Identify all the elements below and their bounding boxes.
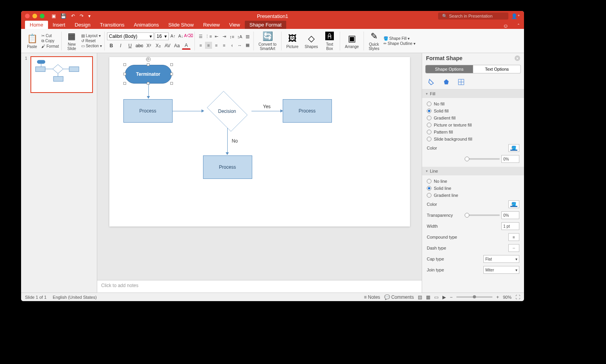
notes-input[interactable]: Click to add notes bbox=[97, 280, 422, 293]
tab-home[interactable]: Home bbox=[25, 21, 48, 29]
connector[interactable] bbox=[173, 111, 203, 111]
qat-more-icon[interactable]: ▾ bbox=[88, 13, 91, 19]
align-right-button[interactable]: ≡ bbox=[213, 42, 220, 49]
line-transparency-slider[interactable] bbox=[465, 214, 500, 216]
share-icon[interactable]: 👤⁺ bbox=[511, 13, 520, 19]
font-size-select[interactable]: 16▾ bbox=[155, 32, 169, 40]
paste-button[interactable]: Paste bbox=[27, 45, 37, 49]
shape-options-tab[interactable]: Shape Options bbox=[425, 65, 473, 73]
join-type-select[interactable]: Miter▾ bbox=[483, 266, 519, 274]
picture-fill-radio[interactable]: Picture or texture fill bbox=[427, 121, 519, 128]
numbering-button[interactable]: ⋮≡ bbox=[205, 33, 212, 40]
shape-outline-button[interactable]: ✏Shape Outline ▾ bbox=[383, 41, 415, 46]
normal-view-icon[interactable]: ▤ bbox=[418, 294, 422, 300]
format-painter-button[interactable]: 🖌Format bbox=[41, 44, 59, 48]
slide-counter[interactable]: Slide 1 of 1 bbox=[25, 295, 46, 300]
tab-insert[interactable]: Insert bbox=[48, 21, 70, 29]
tab-transitions[interactable]: Transitions bbox=[95, 21, 129, 29]
textbox-button[interactable]: 🅰 Text Box bbox=[322, 30, 337, 52]
spacing-button[interactable]: AV bbox=[163, 42, 172, 50]
quick-styles-button[interactable]: ✎ Quick Styles bbox=[366, 30, 382, 52]
align-center-button[interactable]: ≡ bbox=[205, 42, 212, 49]
tab-review[interactable]: Review bbox=[198, 21, 225, 29]
cap-type-select[interactable]: Flat▾ bbox=[483, 255, 519, 263]
align-text-button[interactable]: ↔ bbox=[236, 42, 243, 49]
close-pane-icon[interactable]: × bbox=[515, 55, 520, 61]
size-tab-icon[interactable] bbox=[457, 78, 465, 86]
solid-fill-radio[interactable]: Solid fill bbox=[427, 107, 519, 114]
close-window-icon[interactable] bbox=[25, 14, 30, 18]
redo-icon[interactable]: ↷ bbox=[80, 13, 84, 19]
columns-button[interactable]: ▥ bbox=[244, 33, 251, 40]
shape-fill-button[interactable]: 🪣Shape Fill ▾ bbox=[383, 36, 415, 41]
smartart-convert-button[interactable]: ▦ bbox=[244, 42, 251, 49]
text-options-tab[interactable]: Text Options bbox=[473, 65, 521, 73]
selection-handle[interactable] bbox=[123, 63, 126, 66]
convert-smartart-button[interactable]: 🔄 Convert to SmartArt bbox=[256, 30, 279, 52]
connector[interactable] bbox=[148, 84, 149, 98]
gradient-line-radio[interactable]: Gradient line bbox=[427, 192, 519, 199]
increase-font-button[interactable]: A↑ bbox=[169, 32, 176, 39]
undo-icon[interactable]: ↶ bbox=[71, 13, 75, 19]
fill-color-button[interactable]: 🪣 bbox=[508, 144, 519, 152]
line-width-input[interactable]: 1 pt bbox=[501, 222, 519, 230]
shape-process-2[interactable]: Process bbox=[283, 99, 332, 123]
collapse-ribbon-icon[interactable]: ˆ bbox=[518, 23, 519, 29]
layout-button[interactable]: ▤Layout ▾ bbox=[81, 34, 102, 38]
connector[interactable] bbox=[227, 128, 228, 154]
pattern-fill-radio[interactable]: Pattern fill bbox=[427, 128, 519, 136]
no-line-radio[interactable]: No line bbox=[427, 178, 519, 185]
notes-toggle[interactable]: ≡ Notes bbox=[364, 294, 380, 300]
line-section-header[interactable]: Line bbox=[422, 167, 524, 175]
section-button[interactable]: ▭Section ▾ bbox=[81, 44, 102, 48]
solid-line-radio[interactable]: Solid line bbox=[427, 185, 519, 192]
align-left-button[interactable]: ≡ bbox=[197, 42, 204, 49]
change-case-button[interactable]: Aa bbox=[173, 42, 181, 50]
clipboard-icon[interactable]: 📋 bbox=[27, 33, 37, 44]
shape-process-3[interactable]: Process bbox=[203, 155, 252, 179]
zoom-in-button[interactable]: + bbox=[496, 294, 499, 300]
font-name-select[interactable]: Calibri (Body)▾ bbox=[107, 32, 154, 40]
outdent-button[interactable]: ⇤ bbox=[213, 33, 220, 40]
slide-thumbnail-1[interactable] bbox=[30, 56, 93, 93]
italic-button[interactable]: I bbox=[116, 42, 125, 50]
line-color-button[interactable]: 🪣 bbox=[508, 200, 519, 208]
search-input[interactable]: 🔍 Search in Presentation bbox=[438, 12, 508, 20]
underline-button[interactable]: U bbox=[126, 42, 134, 50]
text-direction-button[interactable]: ↕A bbox=[236, 33, 243, 40]
tab-slideshow[interactable]: Slide Show bbox=[164, 21, 198, 29]
cut-button[interactable]: ✂Cut bbox=[41, 34, 59, 38]
selection-handle[interactable] bbox=[123, 73, 126, 75]
slideshow-view-icon[interactable]: ▶ bbox=[442, 294, 446, 300]
zoom-out-button[interactable]: − bbox=[450, 294, 453, 300]
shape-decision[interactable]: Decision bbox=[203, 95, 251, 128]
slide-bg-fill-radio[interactable]: Slide background fill bbox=[427, 136, 519, 143]
indent-button[interactable]: ⇥ bbox=[221, 33, 228, 40]
selection-handle[interactable] bbox=[170, 63, 173, 66]
selection-handle[interactable] bbox=[170, 73, 173, 75]
feedback-icon[interactable]: ☺ bbox=[503, 23, 508, 29]
fill-section-header[interactable]: Fill bbox=[422, 89, 524, 98]
clear-format-button[interactable]: A⌫ bbox=[185, 32, 192, 39]
connector[interactable] bbox=[251, 111, 282, 111]
bullets-button[interactable]: ☰ bbox=[197, 33, 204, 40]
reading-view-icon[interactable]: ▭ bbox=[434, 294, 438, 300]
shapes-button[interactable]: ◇ Shapes bbox=[302, 30, 320, 52]
slide-canvas[interactable]: Terminator ⟳ Process bbox=[97, 53, 422, 280]
tab-design[interactable]: Design bbox=[70, 21, 95, 29]
subscript-button[interactable]: X₂ bbox=[154, 42, 162, 50]
fill-line-tab-icon[interactable] bbox=[428, 78, 435, 86]
selection-handle[interactable] bbox=[123, 82, 126, 85]
picture-button[interactable]: 🖼 Picture bbox=[284, 30, 301, 52]
strike-button[interactable]: abc bbox=[135, 42, 144, 50]
line-spacing-button[interactable]: ↕≡ bbox=[228, 33, 235, 40]
fit-view-icon[interactable]: ⛶ bbox=[515, 294, 520, 300]
zoom-slider[interactable] bbox=[456, 296, 492, 298]
selection-handle[interactable] bbox=[170, 82, 173, 85]
shape-terminator[interactable]: Terminator bbox=[125, 65, 172, 84]
sorter-view-icon[interactable]: ▦ bbox=[426, 294, 430, 300]
maximize-window-icon[interactable] bbox=[40, 14, 45, 18]
save-icon[interactable]: 💾 bbox=[61, 13, 66, 19]
zoom-level[interactable]: 90% bbox=[503, 295, 512, 300]
tab-view[interactable]: View bbox=[225, 21, 245, 29]
